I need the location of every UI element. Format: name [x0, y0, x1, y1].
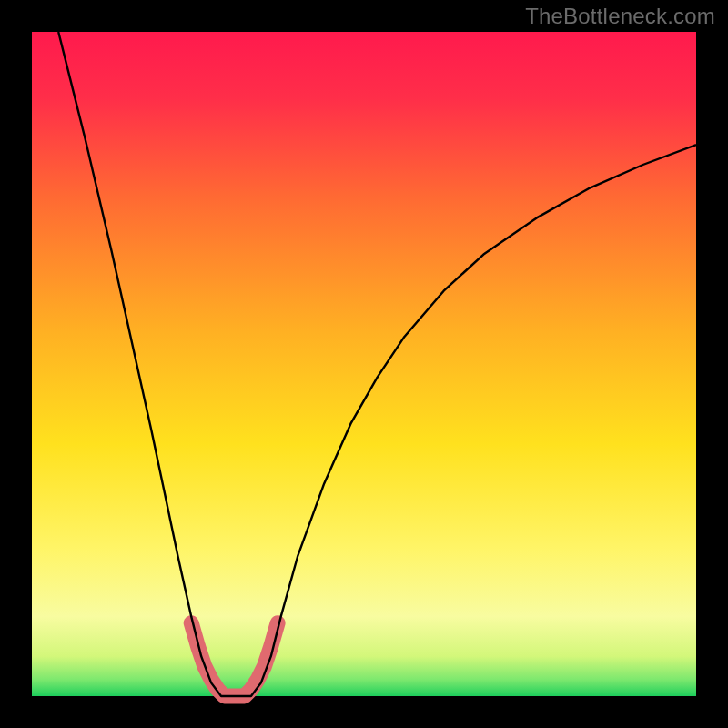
watermark-text: TheBottleneck.com — [525, 4, 715, 29]
bottleneck-chart — [0, 0, 728, 728]
plot-background — [32, 32, 696, 696]
